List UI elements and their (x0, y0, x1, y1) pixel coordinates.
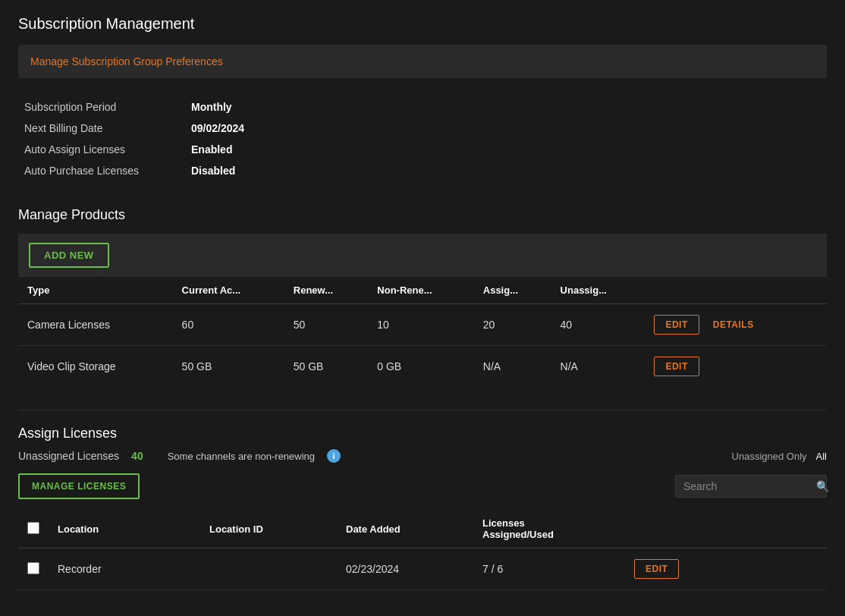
cell-location-id (200, 548, 337, 590)
subscription-period-label: Subscription Period (24, 101, 191, 113)
auto-purchase-label: Auto Purchase Licenses (24, 165, 191, 177)
filter-all[interactable]: All (816, 451, 827, 462)
table-row: Camera Licenses 60 50 10 20 40 EDIT DETA… (18, 304, 827, 346)
col-licenses-header: LicensesAssigned/Used (473, 510, 625, 548)
filter-options: Unassigned Only All (732, 451, 827, 462)
cell-unassigned: N/A (551, 346, 646, 388)
billing-date-row: Next Billing Date 09/02/2024 (24, 118, 827, 139)
col-actions-license-header (625, 510, 827, 548)
col-assigned: Assig... (474, 277, 551, 304)
subscription-period-row: Subscription Period Monthly (24, 96, 827, 118)
cell-assigned: N/A (474, 346, 551, 388)
edit-license-button[interactable]: EDIT (634, 559, 679, 579)
cell-non-renewing: 10 (368, 304, 473, 346)
licenses-table-body: Recorder 02/23/2024 7 / 6 EDIT (18, 548, 827, 590)
cell-actions: EDIT DETAILS (645, 304, 827, 346)
cell-type: Camera Licenses (18, 304, 173, 346)
details-product-button[interactable]: DETAILS (705, 316, 762, 334)
manage-link-bar: Manage Subscription Group Preferences (18, 45, 827, 78)
products-table-body: Camera Licenses 60 50 10 20 40 EDIT DETA… (18, 304, 827, 388)
non-renewing-message: Some channels are non-renewing (168, 451, 315, 462)
cell-unassigned: 40 (551, 304, 646, 346)
cell-location: Recorder (49, 548, 200, 590)
col-unassigned: Unassig... (551, 277, 646, 304)
cell-licenses-assigned: 7 / 6 (473, 548, 625, 590)
col-date-added-header: Date Added (337, 510, 473, 548)
products-toolbar: ADD NEW (18, 234, 827, 277)
licenses-table-header: Location Location ID Date Added Licenses… (18, 510, 827, 548)
products-table: Type Current Ac... Renew... Non-Rene... … (18, 277, 827, 387)
unassigned-count: 40 (131, 450, 143, 462)
info-icon: i (327, 449, 341, 463)
assign-licenses-title: Assign Licenses (18, 426, 827, 442)
products-table-header: Type Current Ac... Renew... Non-Rene... … (18, 277, 827, 304)
page-title: Subscription Management (18, 15, 827, 33)
auto-purchase-row: Auto Purchase Licenses Disabled (24, 160, 827, 181)
auto-purchase-value: Disabled (191, 165, 235, 177)
col-actions-header (645, 277, 827, 304)
table-row: Recorder 02/23/2024 7 / 6 EDIT (18, 548, 827, 590)
cell-non-renewing: 0 GB (368, 346, 473, 388)
section-divider (18, 410, 827, 410)
manage-products-title: Manage Products (18, 207, 827, 223)
cell-type: Video Clip Storage (18, 346, 173, 388)
edit-product-button[interactable]: EDIT (654, 315, 699, 335)
cell-checkbox (18, 548, 49, 590)
col-non-renewing: Non-Rene... (368, 277, 473, 304)
auto-assign-label: Auto Assign Licenses (24, 143, 191, 156)
filter-unassigned-only[interactable]: Unassigned Only (732, 451, 807, 462)
select-all-checkbox[interactable] (27, 522, 39, 534)
row-checkbox[interactable] (27, 562, 39, 574)
add-new-button[interactable]: ADD NEW (29, 243, 109, 268)
cell-renewing: 50 GB (284, 346, 369, 388)
auto-assign-row: Auto Assign Licenses Enabled (24, 139, 827, 160)
edit-product-button[interactable]: EDIT (654, 357, 699, 376)
cell-assigned: 20 (474, 304, 551, 346)
col-location-header: Location (49, 510, 200, 548)
cell-actions: EDIT (645, 346, 827, 388)
subscription-period-value: Monthly (191, 101, 232, 113)
assign-toolbar: MANAGE LICENSES 🔍 (18, 473, 827, 499)
col-location-id-header: Location ID (200, 510, 337, 548)
col-renewing: Renew... (284, 277, 369, 304)
licenses-table: Location Location ID Date Added Licenses… (18, 510, 827, 590)
auto-assign-value: Enabled (191, 143, 232, 156)
billing-date-label: Next Billing Date (24, 122, 191, 134)
col-current: Current Ac... (173, 277, 284, 304)
assign-header-bar: Unassigned Licenses 40 Some channels are… (18, 449, 827, 463)
cell-date-added: 02/23/2024 (337, 548, 473, 590)
unassigned-licenses-label: Unassigned Licenses (18, 450, 119, 462)
cell-current: 50 GB (173, 346, 284, 388)
page-container: Subscription Management Manage Subscript… (0, 0, 845, 605)
cell-license-actions: EDIT (625, 548, 827, 590)
billing-date-value: 09/02/2024 (191, 122, 244, 134)
search-input[interactable] (683, 480, 816, 492)
manage-subscription-link[interactable]: Manage Subscription Group Preferences (30, 55, 223, 68)
cell-current: 60 (173, 304, 284, 346)
col-type: Type (18, 277, 173, 304)
search-bar: 🔍 (675, 475, 827, 498)
table-row: Video Clip Storage 50 GB 50 GB 0 GB N/A … (18, 346, 827, 388)
subscription-info: Subscription Period Monthly Next Billing… (18, 93, 827, 200)
manage-licenses-button[interactable]: MANAGE LICENSES (18, 473, 140, 499)
search-icon: 🔍 (816, 480, 829, 492)
cell-renewing: 50 (284, 304, 369, 346)
col-checkbox-header (18, 510, 49, 548)
